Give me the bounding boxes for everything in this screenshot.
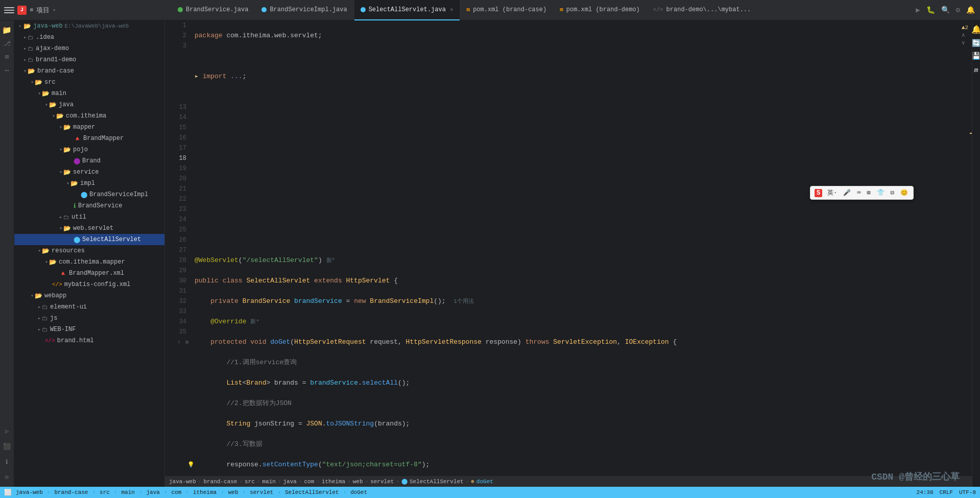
run-icon[interactable]: ▶	[915, 5, 921, 15]
breadcrumb-do-get[interactable]: doGet	[476, 479, 493, 485]
status-src[interactable]: src	[100, 489, 110, 495]
status-line-ending[interactable]: CRLF	[940, 489, 953, 495]
tree-brand-service-impl[interactable]: ⬤ BrandServiceImpl	[14, 189, 164, 200]
status-charset[interactable]: UTF-8	[959, 489, 976, 495]
search-icon[interactable]: 🔍	[940, 5, 951, 15]
right-db-icon[interactable]: 💾	[972, 52, 980, 60]
tab-brand-service[interactable]: BrandService.java	[172, 0, 254, 20]
tree-brand1-demo[interactable]: ▸ 🗀 brand1-demo	[14, 54, 164, 65]
status-web[interactable]: web	[228, 489, 238, 495]
breadcrumb-sep-5: ›	[299, 479, 302, 485]
tree-com-itheima[interactable]: ▾ 📂 com.itheima	[14, 110, 164, 122]
tree-webapp[interactable]: ▾ 📂 webapp	[14, 290, 164, 301]
tree-ajax-demo[interactable]: ▸ 🗀 ajax-demo	[14, 43, 164, 54]
tree-web-servlet[interactable]: ▾ 📂 web.servlet	[14, 223, 164, 234]
tree-mybatis-config[interactable]: </> mybatis-config.xml	[14, 279, 164, 290]
lightbulb-icon[interactable]: 💡	[187, 460, 195, 470]
tree-java[interactable]: ▾ 📂 java	[14, 99, 164, 110]
tree-idea[interactable]: ▸ 🗀 .idea	[14, 32, 164, 43]
status-branch-link[interactable]: java-web	[16, 489, 43, 495]
input-keyboard-icon[interactable]: ⌨	[856, 188, 862, 198]
tree-root[interactable]: 📂 java-web E:\JavaWeb\java-web	[14, 20, 164, 32]
breadcrumb-select-all-servlet[interactable]: SelectAllServlet	[410, 479, 464, 485]
status-itheima[interactable]: itheima	[193, 489, 217, 495]
tree-pojo[interactable]: ▾ 📂 pojo	[14, 144, 164, 155]
breadcrumb-web[interactable]: web	[353, 479, 363, 485]
hamburger-menu[interactable]	[4, 5, 14, 15]
tree-web-inf[interactable]: ▸ 🗀 WEB-INF	[14, 324, 164, 335]
tree-brand-case[interactable]: ▾ 📂 brand-case	[14, 65, 164, 77]
right-sync-icon[interactable]: 🔄	[972, 39, 980, 48]
tree-src[interactable]: ▾ 📂 src	[14, 77, 164, 88]
tree-main[interactable]: ▾ 📂 main	[14, 88, 164, 99]
breadcrumb-brand-case[interactable]: brand-case	[203, 479, 237, 485]
right-maven-icon[interactable]: m	[974, 66, 978, 74]
breadcrumb-com[interactable]: com	[304, 479, 315, 485]
tab-pom-brand-case[interactable]: m pom.xml (brand-case)	[461, 0, 553, 20]
tree-util[interactable]: ▸ 🗀 util	[14, 211, 164, 223]
input-grid-icon[interactable]: ⊞	[866, 188, 872, 198]
brand-mapper-xml-label: BrandMapper.xml	[69, 270, 124, 277]
breadcrumb-itheima[interactable]: itheima	[322, 479, 345, 485]
breadcrumb-src[interactable]: src	[245, 479, 255, 485]
tab-brand-demo[interactable]: </> brand-demo\...\mybat...	[647, 0, 757, 20]
sidebar-terminal-icon[interactable]: ⬛	[2, 441, 13, 452]
tree-brand-html[interactable]: </> brand.html	[14, 335, 164, 346]
tree-resources[interactable]: ▾ 📂 resources	[14, 245, 164, 256]
tab-pom-brand-demo[interactable]: m pom.xml (brand-demo)	[554, 0, 646, 20]
sidebar-git-icon[interactable]: ⎇	[2, 38, 13, 49]
project-name[interactable]: 项目	[36, 6, 50, 15]
input-emoji-icon[interactable]: 😊	[899, 188, 909, 198]
tree-brand-service[interactable]: ℹ BrandService	[14, 200, 164, 211]
tree-mapper[interactable]: ▾ 📂 mapper	[14, 122, 164, 133]
status-brand-case[interactable]: brand-case	[54, 489, 88, 495]
breadcrumb-servlet[interactable]: servlet	[370, 479, 394, 485]
root-expand[interactable]	[16, 22, 23, 30]
tree-js[interactable]: ▸ 🗀 js	[14, 313, 164, 324]
tree-service[interactable]: ▾ 📂 service	[14, 167, 164, 178]
status-com[interactable]: com	[172, 489, 182, 495]
sidebar-git2-icon[interactable]: ⎄	[2, 471, 13, 483]
input-english-toggle[interactable]: 英·	[826, 187, 838, 198]
tree-brand-pojo[interactable]: ⬤ Brand	[14, 155, 164, 167]
debug-icon[interactable]: 🐛	[925, 5, 936, 15]
sidebar-files-icon[interactable]: 📁	[2, 25, 13, 36]
status-select-all-servlet[interactable]: SelectAllServlet	[285, 489, 339, 495]
tree-com-itheima-mapper[interactable]: ▾ 📂 com.itheima.mapper	[14, 256, 164, 268]
tree-brand-mapper-xml[interactable]: 🔺 BrandMapper.xml	[14, 268, 164, 279]
ln-29: 29	[169, 266, 186, 276]
status-main[interactable]: main	[121, 489, 134, 495]
status-do-get[interactable]: doGet	[350, 489, 367, 495]
project-dropdown-icon[interactable]: ▾	[53, 7, 56, 13]
code-editor[interactable]: 1 2 3 13 14 15 16 17 18 19 20 21 22 23 2…	[165, 20, 972, 476]
sidebar-run-icon[interactable]: ▷	[2, 425, 13, 437]
code-content[interactable]: package com.itheima.web.servlet; ▸ impor…	[190, 20, 962, 476]
breadcrumb-java[interactable]: java	[283, 479, 296, 485]
status-sep-4: ›	[139, 489, 142, 495]
status-java[interactable]: java	[146, 489, 159, 495]
breadcrumb-main[interactable]: main	[262, 479, 275, 485]
settings-icon[interactable]: ⚙	[955, 5, 961, 15]
breadcrumb-java-web[interactable]: java-web	[169, 479, 196, 485]
tab-icon-brand-service-impl	[261, 7, 267, 12]
input-more-icon[interactable]: ⊟	[890, 188, 895, 198]
tab-label-pom-brand-case: pom.xml (brand-case)	[473, 6, 546, 13]
tab-select-all-servlet[interactable]: SelectAllServlet.java ✕	[354, 0, 460, 20]
notification-icon[interactable]: 🔔	[965, 5, 976, 15]
sidebar-info-icon[interactable]: ℹ	[2, 456, 13, 467]
util-label: util	[71, 214, 86, 221]
input-skin-icon[interactable]: 👕	[876, 188, 886, 198]
tab-brand-service-impl[interactable]: BrandServiceImpl.java	[255, 0, 353, 20]
sidebar-structure-icon[interactable]: ⊞	[2, 51, 13, 62]
right-bell-icon[interactable]: 🔔	[971, 25, 981, 35]
sidebar-dots-icon[interactable]: ⋯	[2, 64, 13, 76]
brand-mapper-label: BrandMapper	[83, 135, 124, 142]
tab-close-select-all-servlet[interactable]: ✕	[450, 6, 453, 13]
tree-brand-mapper[interactable]: 🔺 BrandMapper	[14, 133, 164, 144]
tree-element-ui[interactable]: ▸ 🗀 element-ui	[14, 301, 164, 313]
input-voice-icon[interactable]: 🎤	[842, 188, 852, 198]
tree-impl[interactable]: ▾ 📂 impl	[14, 178, 164, 189]
status-servlet[interactable]: servlet	[250, 489, 273, 495]
code-line-18: protected void doGet(HttpServletRequest …	[195, 337, 958, 347]
tree-select-all-servlet[interactable]: ⬤ SelectAllServlet	[14, 234, 164, 245]
